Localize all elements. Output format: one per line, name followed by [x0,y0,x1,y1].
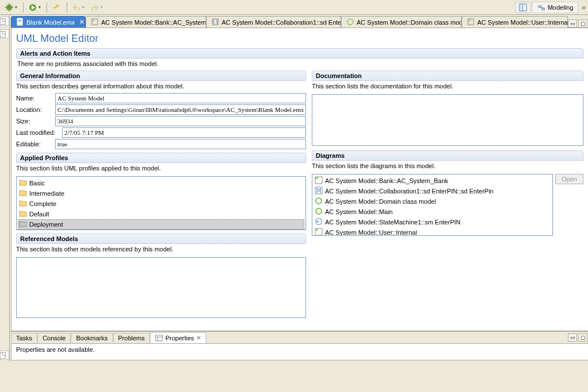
perspective-label: Modeling [548,4,574,11]
minimize-view-icon[interactable]: ▭ [568,333,577,341]
properties-view-body: Properties are not available. [11,343,588,360]
list-item[interactable]: AC System Model::Bank::AC_System_Bank [314,176,551,186]
diagrams-header: Diagrams [312,150,583,161]
open-diagram-button[interactable]: Open [555,174,583,184]
alerts-message: There are no problems associated with th… [16,59,583,67]
general-info-header: General Information [16,71,306,81]
bottom-tab-problems[interactable]: Problems [113,333,150,343]
editable-input[interactable] [55,139,306,149]
properties-icon [155,334,163,342]
minimize-editor-icon[interactable]: ▭ [568,20,577,28]
bottom-tab-bookmarks[interactable]: Bookmarks [71,333,113,343]
diagram-file-icon [211,18,219,27]
list-item[interactable]: Intermediate [18,188,304,199]
diagram-name: AC System Model::Main [325,208,393,215]
toolbar-separator [67,2,67,13]
tab-label: AC System Model::Bank::AC_System_Bank [101,19,206,26]
bottom-tab-properties[interactable]: Properties✕ [150,332,206,343]
list-item[interactable]: AC System Model::User::Internal [314,227,551,236]
tab-close-icon[interactable]: ✕ [196,335,201,341]
svg-rect-20 [316,177,318,179]
folder-icon [19,199,27,208]
svg-rect-6 [520,4,523,11]
list-item[interactable]: AC System Model::Domain class model [314,196,551,207]
svg-rect-9 [17,18,22,25]
alerts-section: Alerts and Action Items There are no pro… [16,48,583,67]
editor-minmax-controls: ▭ ▢ [568,20,588,28]
editor-body: UML Model Editor Alerts and Action Items… [11,28,588,331]
editor-tab[interactable]: AC System Model::Bank::AC_System_Bank [86,16,206,28]
minimized-view-icon[interactable]: ◳ [0,17,9,26]
documentation-textarea[interactable] [312,94,583,146]
open-perspective-button[interactable] [515,2,531,13]
list-item[interactable]: Default [18,209,304,219]
svg-point-16 [347,19,353,25]
svg-point-27 [317,221,319,223]
profile-name: Basic [29,180,45,187]
folder-icon [19,189,27,198]
general-info-desc: This section describes general informati… [16,81,306,91]
editor-tab[interactable]: AC System Model::User::Internal [462,16,568,28]
bottom-minmax-controls: ▭ ▢ [568,333,588,341]
name-input[interactable] [55,93,306,103]
diagrams-list[interactable]: AC System Model::Bank::AC_System_BankAC … [312,174,553,236]
list-item[interactable]: Deployment [18,219,304,230]
list-item[interactable]: AC System Model::Collaboration1::sd Ente… [314,186,551,196]
diagrams-desc: This section lists the diagrams in this … [312,161,583,172]
editable-label: Editable: [16,141,55,148]
referenced-desc: This section lists other models referenc… [16,244,306,255]
left-view-gutter: ◳ ◳ ◳ [0,15,10,362]
run-button[interactable]: ▾ [26,2,43,13]
referenced-list[interactable] [16,257,306,318]
editor-area: Blank Model.emx ✕ AC System Model::Bank:… [10,15,588,362]
modified-input[interactable] [62,127,306,138]
folder-icon [19,220,27,229]
tab-label: Blank Model.emx [26,19,75,26]
editor-title: UML Model Editor [16,33,583,45]
svg-point-24 [316,198,322,204]
more-perspectives-icon[interactable]: » [582,3,586,11]
tab-close-icon[interactable]: ✕ [79,18,84,26]
main-toolbar: ▾ ▾ ▾ ▾ Modeling » [0,0,588,15]
bottom-tab-bar: TasksConsoleBookmarksProblemsProperties✕… [10,332,588,343]
editor-tab[interactable]: AC System Model::Domain class model [341,16,462,28]
bottom-tab-tasks[interactable]: Tasks [11,333,37,343]
location-input[interactable] [55,104,306,115]
svg-point-0 [6,5,12,10]
documentation-section: Documentation This section lists the doc… [312,71,583,147]
list-item[interactable]: Basic [18,178,304,188]
modeling-perspective-tab[interactable]: Modeling [532,2,579,13]
name-label: Name: [16,95,55,102]
nav-forward-button[interactable]: ▾ [88,2,105,13]
diagram-icon [315,207,323,216]
list-item[interactable]: Complete [18,199,304,209]
size-input[interactable] [55,116,306,126]
svg-rect-29 [316,229,318,231]
profiles-list[interactable]: BasicIntermediateCompleteDefaultDeployme… [16,176,306,230]
profile-name: Default [29,211,49,218]
diagram-file-icon [467,18,475,27]
svg-rect-30 [156,335,163,341]
svg-rect-18 [469,20,470,21]
profile-name: Deployment [29,221,63,228]
alerts-header: Alerts and Action Items [16,48,583,59]
debug-button[interactable]: ▾ [2,2,20,13]
dropdown-arrow-icon: ▾ [15,5,17,10]
editor-tab-active[interactable]: Blank Model.emx ✕ [11,16,86,28]
maximize-view-icon[interactable]: ▢ [578,333,587,341]
diagram-name: AC System Model::StateMachine1::sm Enter… [325,219,461,226]
dropdown-arrow-icon: ▾ [38,5,41,10]
maximize-editor-icon[interactable]: ▢ [578,20,587,28]
minimized-view-icon[interactable]: ◳ [0,351,9,360]
editor-tab[interactable]: AC System Model::Collaboration1::sd Ente… [206,16,341,28]
dropdown-arrow-icon: ▾ [100,5,103,10]
documentation-header: Documentation [312,71,583,81]
search-button[interactable] [49,2,63,13]
minimized-view-icon[interactable]: ◳ [0,29,9,38]
nav-back-button[interactable]: ▾ [69,2,87,13]
bottom-tab-console[interactable]: Console [37,333,71,343]
list-item[interactable]: AC System Model::Main [314,207,551,217]
diagram-name: AC System Model::Bank::AC_System_Bank [325,177,448,184]
list-item[interactable]: AC System Model::StateMachine1::sm Enter… [314,217,551,227]
tab-label: AC System Model::User::Internal [477,19,568,26]
